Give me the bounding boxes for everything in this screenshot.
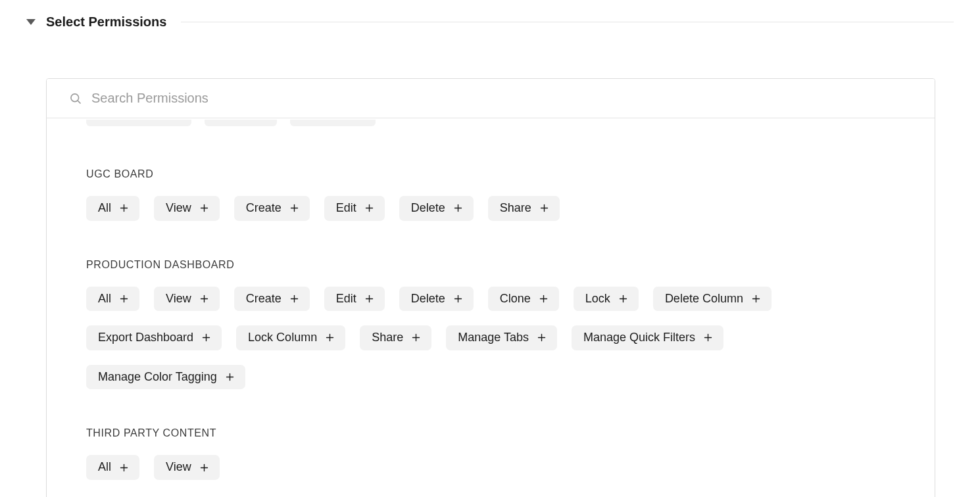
plus-icon <box>199 294 209 304</box>
permission-chip-label: View <box>166 292 191 306</box>
permission-chip[interactable]: Manage Color Tagging <box>86 365 245 390</box>
plus-icon <box>225 372 235 382</box>
plus-icon <box>364 203 374 213</box>
search-icon <box>69 92 82 105</box>
permissions-scroll-area: UGC BOARDAllViewCreateEditDeleteSharePRO… <box>47 118 935 497</box>
permission-chip-label: View <box>166 201 191 216</box>
svg-point-0 <box>71 93 79 101</box>
permission-chip-label: Export Dashboard <box>98 331 193 345</box>
permission-chip-label: Manage Quick Filters <box>583 331 695 345</box>
permission-chip[interactable]: Create <box>234 287 310 312</box>
plus-icon <box>537 333 547 343</box>
permission-chip[interactable]: Clone <box>488 287 559 312</box>
permission-chip-label: Lock <box>585 292 610 306</box>
permission-chip[interactable]: Manage Quick Filters <box>572 325 723 350</box>
plus-icon <box>201 333 211 343</box>
permissions-panel: UGC BOARDAllViewCreateEditDeleteSharePRO… <box>46 78 935 497</box>
permission-chip-label: Delete Column <box>665 292 743 306</box>
permission-chip[interactable]: Create <box>234 196 310 221</box>
permission-chip-label: Clone <box>500 292 531 306</box>
permission-group: UGC BOARDAllViewCreateEditDeleteShare <box>86 168 895 221</box>
plus-icon <box>199 203 209 213</box>
search-bar <box>47 79 935 118</box>
permission-chip-label: View <box>166 460 191 475</box>
plus-icon <box>199 463 209 473</box>
permission-chip-label: All <box>98 201 111 216</box>
partial-chip-row <box>86 118 895 130</box>
permission-chip[interactable]: Edit <box>324 287 385 312</box>
permission-chip-label: Delete <box>411 201 445 216</box>
permission-chip[interactable]: Manage Tabs <box>446 325 557 350</box>
permission-chip[interactable]: Edit <box>324 196 385 221</box>
svg-line-1 <box>78 101 80 103</box>
permission-chip[interactable]: Delete <box>399 196 474 221</box>
permission-chip[interactable]: View <box>154 287 220 312</box>
permission-group-title: THIRD PARTY CONTENT <box>86 427 895 439</box>
permission-chip-label: All <box>98 292 111 306</box>
permission-group: PRODUCTION DASHBOARDAllViewCreateEditDel… <box>86 259 895 390</box>
permission-chip-label: Manage Color Tagging <box>98 370 217 385</box>
plus-icon <box>703 333 713 343</box>
permission-chip-label: All <box>98 460 111 475</box>
plus-icon <box>453 203 463 213</box>
partial-chip <box>290 120 376 126</box>
permission-chip-list: AllViewCreateEditDeleteCloneLockDelete C… <box>86 287 895 390</box>
plus-icon <box>539 203 549 213</box>
plus-icon <box>364 294 374 304</box>
plus-icon <box>618 294 628 304</box>
permission-chip[interactable]: Delete Column <box>653 287 772 312</box>
plus-icon <box>751 294 761 304</box>
permission-chip[interactable]: Lock <box>574 287 639 312</box>
header-divider <box>181 22 954 22</box>
partial-chip <box>86 120 191 126</box>
permission-chip-label: Create <box>246 201 282 216</box>
permission-chip[interactable]: All <box>86 455 139 480</box>
section-title: Select Permissions <box>46 14 166 30</box>
permission-group: THIRD PARTY CONTENTAllView <box>86 427 895 480</box>
permission-group-title: PRODUCTION DASHBOARD <box>86 259 895 271</box>
plus-icon <box>453 294 463 304</box>
permission-chip[interactable]: All <box>86 287 139 312</box>
permission-group-title: UGC BOARD <box>86 168 895 180</box>
plus-icon <box>289 294 299 304</box>
partial-chip <box>205 120 277 126</box>
plus-icon <box>539 294 549 304</box>
permission-chip[interactable]: All <box>86 196 139 221</box>
permission-chip-label: Lock Column <box>248 331 317 345</box>
permission-chip-label: Share <box>372 331 403 345</box>
plus-icon <box>119 203 129 213</box>
permission-chip[interactable]: Export Dashboard <box>86 325 222 350</box>
permission-chip-label: Manage Tabs <box>458 331 529 345</box>
permission-chip[interactable]: View <box>154 455 220 480</box>
permission-chip-label: Share <box>500 201 531 216</box>
plus-icon <box>289 203 299 213</box>
plus-icon <box>119 294 129 304</box>
disclosure-toggle-icon[interactable] <box>26 19 36 25</box>
permission-chip[interactable]: Delete <box>399 287 474 312</box>
search-input[interactable] <box>91 91 912 106</box>
permission-chip[interactable]: Share <box>488 196 560 221</box>
plus-icon <box>119 463 129 473</box>
permission-chip[interactable]: Lock Column <box>236 325 345 350</box>
permission-chip-list: AllViewCreateEditDeleteShare <box>86 196 895 221</box>
permission-chip-list: AllView <box>86 455 895 480</box>
plus-icon <box>325 333 335 343</box>
plus-icon <box>411 333 421 343</box>
permission-chip[interactable]: Share <box>360 325 431 350</box>
permission-chip-label: Edit <box>336 292 356 306</box>
permission-chip-label: Delete <box>411 292 445 306</box>
section-header: Select Permissions <box>0 0 980 35</box>
permission-chip-label: Create <box>246 292 282 306</box>
permission-chip-label: Edit <box>336 201 356 216</box>
permission-chip[interactable]: View <box>154 196 220 221</box>
